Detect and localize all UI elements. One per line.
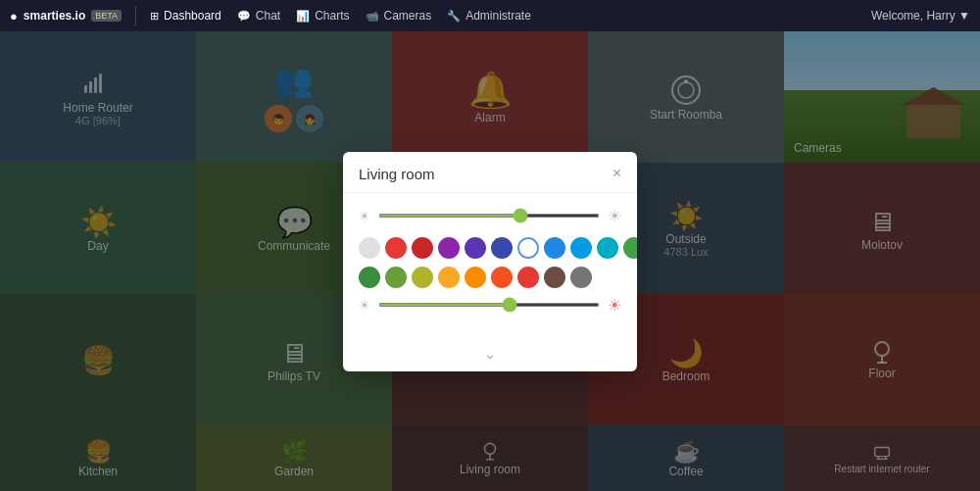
swatch-yellow[interactable] [438,267,460,288]
swatch-light-blue[interactable] [570,237,592,259]
swatch-deep-orange[interactable] [491,267,513,288]
nav-dashboard[interactable]: ⊞ Dashboard [142,0,229,31]
nav-chat-label: Chat [256,9,280,23]
swatch-red3[interactable] [517,267,539,288]
swatch-deep-purple[interactable] [465,237,486,259]
dashboard-grid: Home Router 4G [96%] 👥 👦 👧 🔔 Alarm Start… [0,31,980,491]
swatch-amber[interactable] [465,267,486,288]
color-row-1 [359,237,621,259]
brightness-high-icon: ☀ [608,207,621,225]
color-temp-low-icon: ☀ [359,298,370,313]
swatch-purple[interactable] [438,237,460,259]
dashboard-icon: ⊞ [150,10,159,23]
swatch-cyan[interactable] [597,237,618,259]
color-temp-slider[interactable] [378,303,600,307]
brightness-low-icon: ☀ [359,209,370,223]
charts-icon: 📊 [296,10,310,23]
nav-administrate[interactable]: 🔧 Administrate [439,0,539,31]
nav-charts-label: Charts [315,9,349,23]
brightness-slider-row: ☀ ☀ [359,207,621,225]
brand-badge: BETA [91,10,122,22]
nav-cameras[interactable]: 📹 Cameras [358,0,440,31]
swatch-white-selected[interactable] [517,237,539,259]
cameras-nav-icon: 📹 [366,10,379,23]
color-row-2 [359,267,621,288]
modal-footer: ⌄ [343,340,637,371]
modal-close-button[interactable]: × [612,166,621,181]
swatch-white[interactable] [359,237,380,259]
swatch-green[interactable] [623,237,637,259]
nav-chat[interactable]: 💬 Chat [229,0,288,31]
nav-admin-label: Administrate [466,9,531,23]
swatch-indigo[interactable] [491,237,513,259]
brand[interactable]: ● smarties.io BETA [10,9,122,24]
swatch-red1[interactable] [385,237,407,259]
swatch-grey[interactable] [570,267,592,288]
swatch-light-green[interactable] [385,267,407,288]
color-temp-slider-row: ☀ ☀ [359,296,621,315]
welcome-text[interactable]: Welcome, Harry ▼ [871,9,970,23]
nav-charts[interactable]: 📊 Charts [288,0,357,31]
brightness-slider[interactable] [378,214,600,218]
chevron-down-icon[interactable]: ⌄ [484,346,496,362]
nav-cameras-label: Cameras [384,9,432,23]
nav-dashboard-label: Dashboard [164,9,221,23]
modal-body: ☀ ☀ [343,193,637,340]
navbar: ● smarties.io BETA ⊞ Dashboard 💬 Chat 📊 … [0,0,980,31]
brand-icon: ● [10,9,18,24]
brand-text: smarties.io [24,9,85,23]
modal-title: Living room [359,166,435,182]
swatch-blue[interactable] [544,237,565,259]
swatch-brown[interactable] [544,267,565,288]
color-temp-high-icon: ☀ [608,296,621,315]
chat-icon: 💬 [237,10,251,23]
swatch-lime[interactable] [412,267,433,288]
modal-overlay[interactable]: Living room × ☀ ☀ [0,31,980,491]
swatch-red2[interactable] [412,237,433,259]
admin-icon: 🔧 [447,10,461,23]
swatch-dark-green[interactable] [359,267,380,288]
modal-header: Living room × [343,152,637,193]
nav-divider [135,6,136,25]
living-room-modal: Living room × ☀ ☀ [343,152,637,371]
